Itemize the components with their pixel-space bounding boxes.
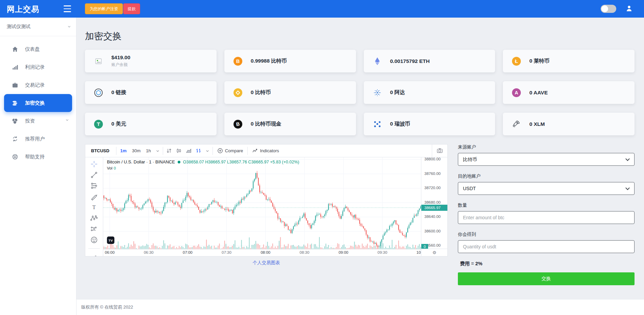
destination-account-select[interactable]: USDT	[458, 182, 635, 195]
brush-icon[interactable]	[90, 193, 98, 201]
balance-card-btc-balance: B 0.99988 比特币	[224, 50, 356, 72]
source-account-select[interactable]: 比特币	[458, 153, 635, 166]
price-chart[interactable]	[103, 157, 421, 249]
lifebuoy-icon	[12, 154, 18, 160]
crosshair-icon[interactable]	[90, 160, 98, 168]
sidebar-item-label: 交易记录	[25, 82, 45, 88]
svg-text:B: B	[236, 121, 240, 127]
balance-card-account-balance: $419.00账户余额	[85, 50, 217, 72]
y-axis-tick: 38680.00	[424, 200, 441, 204]
user-profile-icon[interactable]	[625, 5, 633, 14]
x-axis-tick: 07:30	[219, 250, 234, 254]
time-axis[interactable]: 06:0006:3007:0007:3008:0008:3009:0009:30…	[103, 249, 421, 256]
stellar-rocket-icon	[512, 119, 521, 129]
sidebar-item-trade-records[interactable]: 交易记录	[0, 76, 76, 94]
svg-text:Ł: Ł	[515, 58, 518, 64]
personal-chart-link[interactable]: 个人交易图表	[85, 260, 448, 266]
receive-input[interactable]	[458, 240, 635, 253]
fib-retracement-icon[interactable]	[90, 182, 98, 190]
refer-arrows-icon	[12, 136, 18, 142]
svg-text:A: A	[515, 90, 518, 95]
receive-label: 你会得到	[458, 231, 635, 238]
card-value: 0 XLM	[529, 121, 545, 127]
sidebar-item-support[interactable]: 帮助支持	[0, 148, 76, 166]
timeframe-1h[interactable]: 1h	[143, 148, 153, 153]
compare-arrows-icon[interactable]	[164, 148, 174, 154]
bitcoin-icon: B	[233, 57, 243, 66]
fund-account-button[interactable]: 为您的帐户注资	[85, 3, 123, 14]
ripple-icon	[373, 119, 382, 129]
coin-cluster-icon	[12, 118, 18, 125]
compare-button[interactable]: Compare	[214, 148, 246, 154]
card-value: 0 阿达	[390, 89, 405, 96]
card-value: 0 链接	[111, 89, 126, 96]
card-value: 0 比特币	[251, 89, 271, 96]
app-root: 网上交易 为您的帐户注资 提款 测试仪测试 仪表盘 利润记录 交易记录 加密交换…	[0, 0, 644, 315]
sidebar-item-label: 推荐用户	[25, 136, 45, 142]
area-style-icon[interactable]	[184, 148, 194, 154]
price-axis[interactable]: 38800.0038760.0038720.0038680.0038640.00…	[421, 157, 447, 249]
card-value: 0 瑞波币	[390, 120, 410, 128]
chart-symbol[interactable]: BTCUSD	[85, 148, 115, 153]
svg-text:B: B	[236, 58, 240, 64]
x-axis-tick: 09:00	[336, 250, 351, 254]
balance-card-xlm-balance: 0 XLM	[503, 113, 635, 135]
card-value: 0.00175792 ETH	[390, 58, 430, 64]
source-account-label: 来源账户	[458, 144, 635, 150]
chart-style-group	[164, 148, 212, 154]
sidebar-item-referrals[interactable]: 推荐用户	[0, 130, 76, 148]
home-icon	[12, 46, 18, 53]
sidebar-item-crypto-exchange[interactable]: 加密交换	[4, 94, 72, 112]
swap-submit-button[interactable]: 交换	[458, 272, 635, 285]
hamburger-menu-icon[interactable]	[64, 5, 71, 12]
measure-ruler-icon[interactable]	[90, 255, 98, 256]
volume-zero-tag: 0	[421, 244, 428, 249]
axis-settings-gear-icon[interactable]: ⚙	[421, 249, 447, 256]
screenshot-camera-icon[interactable]	[432, 144, 447, 157]
sidebar-item-label: 加密交换	[25, 100, 45, 106]
bars-style-icon[interactable]	[194, 148, 203, 154]
sidebar-item-profit-records[interactable]: 利润记录	[0, 58, 76, 76]
style-dropdown-caret[interactable]	[203, 149, 212, 153]
balance-card-eth-balance: 0.00175792 ETH	[364, 50, 495, 72]
indicators-button[interactable]: Indicators	[249, 148, 282, 154]
card-value: 0 莱特币	[529, 58, 549, 65]
destination-account-label: 目的地账户	[458, 173, 635, 179]
card-value: 0 美元	[111, 120, 126, 128]
candlestick-style-icon[interactable]	[174, 148, 184, 154]
tradingview-logo[interactable]: TV	[107, 237, 114, 244]
sidebar-item-dashboard[interactable]: 仪表盘	[0, 40, 76, 58]
sidebar-menu: 仪表盘 利润记录 交易记录 加密交换 投资 推荐用户 帮助支持	[0, 36, 76, 166]
ethereum-icon	[373, 57, 382, 66]
bitcoin-cash-icon: B	[233, 119, 243, 129]
y-axis-tick: 38600.00	[424, 229, 441, 233]
theme-toggle[interactable]	[601, 5, 616, 13]
last-price-tag: 38665.97	[421, 205, 447, 211]
position-tool-icon[interactable]	[90, 225, 98, 233]
sidebar-item-investment[interactable]: 投资	[0, 112, 76, 130]
amount-input[interactable]	[458, 211, 635, 224]
brand-title: 网上交易	[7, 4, 39, 15]
y-axis-tick: 38720.00	[424, 186, 441, 190]
xabcd-pattern-icon[interactable]	[90, 214, 98, 222]
chevron-down-icon	[66, 118, 68, 121]
compare-label: Compare	[225, 148, 243, 153]
emoji-tool-icon[interactable]	[90, 236, 98, 244]
sidebar-profile-dropdown[interactable]: 测试仪测试	[0, 18, 76, 36]
timeframe-1m[interactable]: 1m	[117, 148, 129, 153]
svg-text:T: T	[97, 121, 100, 127]
gold-coin-icon	[233, 88, 243, 97]
sidebar-item-label: 利润记录	[25, 64, 45, 70]
chart-toolbar: BTCUSD 1m30m1h Compare	[85, 144, 447, 157]
chainlink-icon	[94, 88, 103, 97]
copyright-text: 版权所有 © 在线贸易 2022	[81, 304, 133, 310]
withdraw-button[interactable]: 提款	[123, 3, 140, 14]
balance-card-usd-balance: T 0 美元	[85, 113, 217, 135]
text-tool-icon[interactable]: T	[90, 203, 98, 211]
trend-line-icon[interactable]	[90, 171, 98, 179]
image-placeholder-icon	[94, 57, 103, 66]
card-label: 账户余额	[111, 62, 130, 68]
tradingview-chart-panel: BTCUSD 1m30m1h Compare	[85, 144, 448, 256]
timeframe-30m[interactable]: 30m	[129, 148, 143, 153]
timeframe-dropdown-caret[interactable]	[154, 149, 162, 153]
